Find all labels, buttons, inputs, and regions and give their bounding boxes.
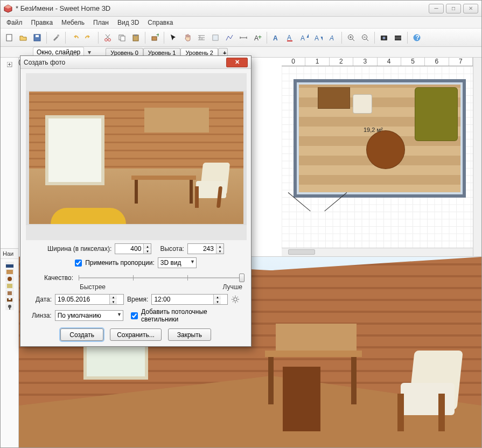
spinner-down-icon[interactable]: ▼ [144, 249, 151, 254]
ceiling-lights-label: Добавить потолочные светильники [141, 308, 246, 323]
date-input[interactable] [55, 295, 109, 304]
sun-icon[interactable] [231, 295, 240, 304]
text-size-inc-icon[interactable]: A▲ [298, 31, 311, 44]
room-area-label: 19,2 м² [364, 127, 383, 133]
separator [164, 32, 164, 44]
spinner-down-icon[interactable]: ▼ [214, 299, 221, 304]
cut-icon[interactable] [101, 31, 114, 44]
text-size-dec-icon[interactable]: A▼ [312, 31, 325, 44]
separator [98, 32, 99, 44]
spinner-up-icon[interactable]: ▲ [144, 244, 151, 249]
dialog-close-button[interactable]: ✕ [226, 58, 248, 67]
scrollbar-vertical[interactable] [473, 58, 481, 256]
select-tool-icon[interactable] [167, 31, 180, 44]
text-bold-icon[interactable]: A [270, 31, 283, 44]
wall-tool-icon[interactable] [195, 31, 208, 44]
svg-rect-49 [9, 307, 10, 310]
video-icon[interactable] [392, 31, 404, 44]
redo-icon[interactable] [82, 31, 95, 44]
separator [65, 32, 66, 44]
list-item[interactable] [5, 304, 14, 310]
copy-icon[interactable] [115, 31, 128, 44]
close-button[interactable]: ✕ [463, 4, 478, 13]
new-icon[interactable] [3, 31, 16, 44]
svg-rect-45 [8, 291, 12, 295]
minimize-button[interactable]: ─ [429, 4, 444, 13]
list-item[interactable] [5, 262, 14, 268]
menu-help[interactable]: Справка [144, 18, 177, 27]
furniture-list-header[interactable]: Наи [1, 249, 18, 259]
text-tool-icon[interactable]: A+ [251, 31, 264, 44]
plan-furniture-sofa[interactable] [415, 87, 458, 141]
list-item[interactable] [5, 269, 14, 275]
help-icon[interactable]: ? [410, 31, 423, 44]
time-input[interactable] [152, 295, 213, 304]
preferences-icon[interactable] [50, 31, 62, 44]
plan-furniture-chair[interactable] [353, 94, 372, 114]
dialog-titlebar[interactable]: Создать фото ✕ [20, 56, 251, 69]
height-input[interactable] [188, 244, 216, 254]
add-furniture-icon[interactable]: + [148, 31, 161, 44]
menu-3d[interactable]: Вид 3D [114, 18, 143, 27]
list-item[interactable] [5, 290, 14, 296]
chevron-down-icon: ▼ [190, 259, 195, 264]
list-item[interactable] [5, 297, 14, 303]
svg-point-50 [234, 298, 237, 301]
dimension-tool-icon[interactable] [237, 31, 250, 44]
plan-furniture-table[interactable] [366, 130, 405, 169]
time-spinner[interactable]: ▲▼ [151, 294, 228, 305]
plan-furniture-desk[interactable] [318, 87, 350, 109]
maximize-button[interactable]: □ [446, 4, 461, 13]
save-icon[interactable] [31, 31, 44, 44]
svg-rect-39 [6, 270, 13, 274]
slider-thumb[interactable] [239, 274, 245, 282]
ceiling-lights-checkbox[interactable] [131, 312, 138, 319]
polyline-tool-icon[interactable] [223, 31, 236, 44]
paste-icon[interactable] [129, 31, 142, 44]
spinner-up-icon[interactable]: ▲ [110, 295, 117, 299]
svg-rect-20 [287, 40, 292, 41]
zoom-in-icon[interactable] [345, 31, 358, 44]
width-spinner[interactable]: ▲▼ [115, 243, 151, 254]
armchair-3d [390, 351, 465, 431]
lens-combo[interactable]: По умолчанию ▼ [55, 310, 123, 321]
list-item[interactable] [5, 283, 14, 289]
aspect-combo[interactable]: 3D вид ▼ [158, 257, 197, 268]
zoom-out-icon[interactable] [359, 31, 372, 44]
svg-rect-31 [395, 36, 401, 37]
spinner-up-icon[interactable]: ▲ [214, 295, 221, 299]
svg-text:▲: ▲ [305, 33, 309, 39]
pan-tool-icon[interactable] [181, 31, 194, 44]
undo-icon[interactable] [68, 31, 81, 44]
open-icon[interactable] [17, 31, 30, 44]
svg-rect-43 [7, 284, 12, 288]
svg-point-7 [108, 38, 111, 41]
spinner-down-icon[interactable]: ▼ [216, 249, 223, 254]
menu-plan[interactable]: План [89, 18, 113, 27]
catalog-tree[interactable] [1, 58, 18, 248]
height-spinner[interactable]: ▲▼ [187, 243, 224, 254]
room-tool-icon[interactable] [209, 31, 222, 44]
date-spinner[interactable]: ▲▼ [55, 294, 124, 305]
spinner-up-icon[interactable]: ▲ [216, 244, 223, 249]
save-button[interactable]: Сохранить... [110, 328, 162, 341]
scrollbar-horizontal[interactable] [282, 248, 481, 256]
aspect-value: 3D вид [160, 259, 181, 267]
text-color-icon[interactable]: A [284, 31, 297, 44]
quality-fast-label: Быстрее [80, 283, 106, 291]
svg-point-29 [383, 37, 386, 39]
list-item[interactable] [5, 276, 14, 282]
spinner-down-icon[interactable]: ▼ [110, 299, 117, 304]
menu-furn[interactable]: Мебель [58, 18, 88, 27]
menu-file[interactable]: Файл [3, 18, 26, 27]
aspect-checkbox[interactable] [75, 260, 82, 267]
create-button[interactable]: Создать [60, 328, 103, 341]
width-input[interactable] [115, 244, 143, 254]
close-dialog-button[interactable]: Закрыть [168, 328, 211, 341]
main-window: * БезИмени - Sweet Home 3D ─ □ ✕ Файл Пр… [0, 0, 482, 448]
photo-icon[interactable] [378, 31, 390, 44]
quality-slider[interactable] [79, 272, 243, 283]
menu-edit[interactable]: Правка [27, 18, 57, 27]
lens-label: Линза: [28, 312, 52, 319]
text-italic-icon[interactable]: A [326, 31, 339, 44]
